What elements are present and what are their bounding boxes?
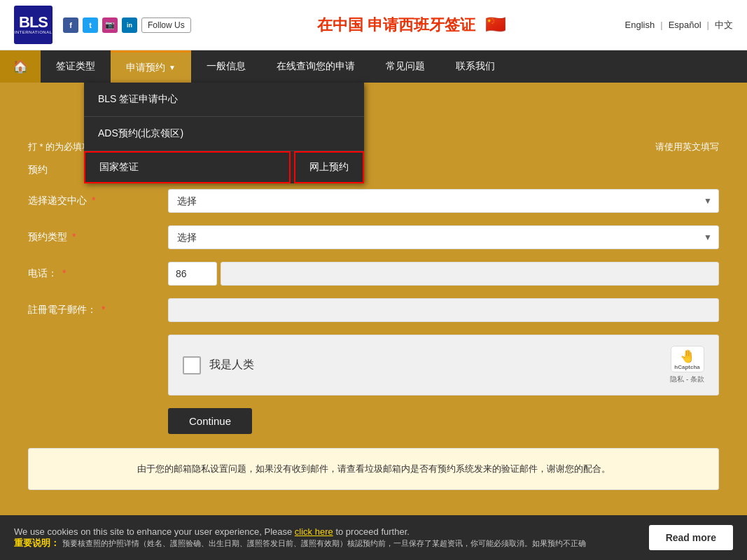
facebook-icon[interactable]: f: [63, 18, 78, 33]
nav-item-appointment[interactable]: 申请预约 ▼: [111, 50, 191, 83]
email-row: 註冊電子郵件： *: [28, 298, 719, 322]
nav-item-general[interactable]: 一般信息: [191, 50, 261, 83]
lang-espanol[interactable]: Español: [669, 20, 701, 30]
social-icons: f t 📷 in Follow Us: [63, 18, 191, 33]
submission-center-label: 选择递交中心 *: [28, 195, 168, 207]
captcha-right: 🤚 hCaptcha 隐私 - 条款: [670, 346, 704, 384]
lang-english[interactable]: English: [625, 20, 655, 30]
flag-emoji: 🇨🇳: [485, 15, 506, 34]
important-label: 重要说明：: [14, 538, 60, 548]
email-label: 註冊電子郵件： *: [28, 304, 168, 316]
logo-int-text: INTERNATIONAL: [14, 30, 52, 35]
submission-center-required: *: [92, 195, 95, 206]
phone-inputs: [168, 262, 719, 286]
info-box: 由于您的邮箱隐私设置问题，如果没有收到邮件，请查看垃圾邮箱内是否有预约系统发来的…: [28, 448, 719, 490]
captcha-brand-label: hCaptcha: [674, 364, 699, 370]
nav-item-faq[interactable]: 常见问题: [370, 50, 440, 83]
captcha-label: 我是人类: [209, 358, 254, 372]
email-input-wrapper: [168, 298, 719, 322]
continue-button[interactable]: Continue: [168, 408, 252, 434]
follow-us-button[interactable]: Follow Us: [141, 18, 191, 33]
dropdown-item-ads[interactable]: ADS预约(北京领区): [84, 117, 364, 151]
cookie-text-area: We use cookies on this site to enhance y…: [14, 526, 635, 550]
captcha-left: 我是人类: [183, 356, 254, 374]
english-notice: 请使用英文填写: [655, 141, 719, 153]
captcha-row: 我是人类 🤚 hCaptcha 隐私 - 条款: [28, 335, 719, 396]
nav-item-track[interactable]: 在线查询您的申请: [261, 50, 370, 83]
logo-bls-text: BLS: [19, 15, 48, 30]
appointment-type-required: *: [72, 231, 76, 242]
nav-item-visa-type[interactable]: 签证类型: [41, 50, 111, 83]
header-title: 在中国 申请西班牙签证 🇨🇳: [198, 15, 625, 36]
appointment-type-select-wrapper: 选择 ▼: [168, 225, 719, 249]
online-appointment-button[interactable]: 网上预约: [294, 151, 364, 183]
dropdown-item-bls[interactable]: BLS 签证申请中心: [84, 83, 364, 117]
nav-item-contact[interactable]: 联系我们: [440, 50, 510, 83]
captcha-box: 我是人类 🤚 hCaptcha 隐私 - 条款: [168, 335, 719, 396]
captcha-hand-icon: 🤚: [680, 349, 695, 364]
cookie-text: We use cookies on this site to enhance y…: [14, 526, 295, 537]
phone-required: *: [62, 267, 66, 279]
read-more-button[interactable]: Read more: [649, 525, 733, 550]
continue-row: Continue: [28, 408, 719, 434]
linkedin-icon[interactable]: in: [122, 18, 137, 33]
submission-center-select-wrapper: 选择 ▼: [168, 189, 719, 213]
cookie-text2: to proceed further.: [335, 526, 410, 537]
info-box-text: 由于您的邮箱隐私设置问题，如果没有收到邮件，请查看垃圾邮箱内是否有预约系统发来的…: [137, 463, 610, 474]
submission-center-row: 选择递交中心 * 选择 ▼: [28, 189, 719, 213]
national-visa-button[interactable]: 国家签证: [84, 151, 291, 183]
appointment-type-label: 预约类型 *: [28, 231, 168, 244]
instagram-icon[interactable]: 📷: [102, 18, 118, 33]
captcha-checkbox[interactable]: [183, 356, 201, 374]
cookie-banner: We use cookies on this site to enhance y…: [0, 515, 747, 560]
appointment-type-select[interactable]: 选择: [168, 225, 719, 249]
nav-home[interactable]: 🏠: [0, 50, 41, 83]
header: BLS INTERNATIONAL f t 📷 in Follow Us 在中国…: [0, 0, 747, 50]
nav-bar: 🏠 签证类型 申请预约 ▼ 一般信息 在线查询您的申请 常见问题 联系我们: [0, 50, 747, 83]
cookie-link[interactable]: click here: [295, 526, 333, 537]
email-required: *: [102, 304, 105, 315]
nav-wrapper: 🏠 签证类型 申请预约 ▼ 一般信息 在线查询您的申请 常见问题 联系我们 BL…: [0, 50, 747, 83]
twitter-icon[interactable]: t: [83, 18, 98, 33]
appointment-type-row: 预约类型 * 选择 ▼: [28, 225, 719, 249]
dropdown-menu: BLS 签证申请中心 ADS预约(北京领区) 国家签证 网上预约: [84, 83, 364, 183]
phone-number-input[interactable]: [221, 262, 719, 286]
logo: BLS INTERNATIONAL: [14, 6, 53, 44]
phone-label: 电话： *: [28, 267, 168, 280]
home-icon: 🏠: [13, 59, 28, 74]
phone-row: 电话： *: [28, 262, 719, 286]
submission-center-select[interactable]: 选择: [168, 189, 719, 213]
important-text: 预要核查照的护照详情（姓名、護照验确、出生日期、護照答发日前、護照有效期）核認预…: [62, 539, 586, 547]
phone-country-code[interactable]: [168, 262, 217, 286]
language-switcher: English | Español | 中文: [625, 19, 733, 31]
hcaptcha-logo: 🤚 hCaptcha: [671, 346, 704, 372]
captcha-links-label[interactable]: 隐私 - 条款: [670, 374, 704, 384]
lang-chinese[interactable]: 中文: [715, 19, 733, 31]
dropdown-buttons-row: 国家签证 网上预约: [84, 151, 364, 183]
email-input[interactable]: [168, 298, 719, 322]
